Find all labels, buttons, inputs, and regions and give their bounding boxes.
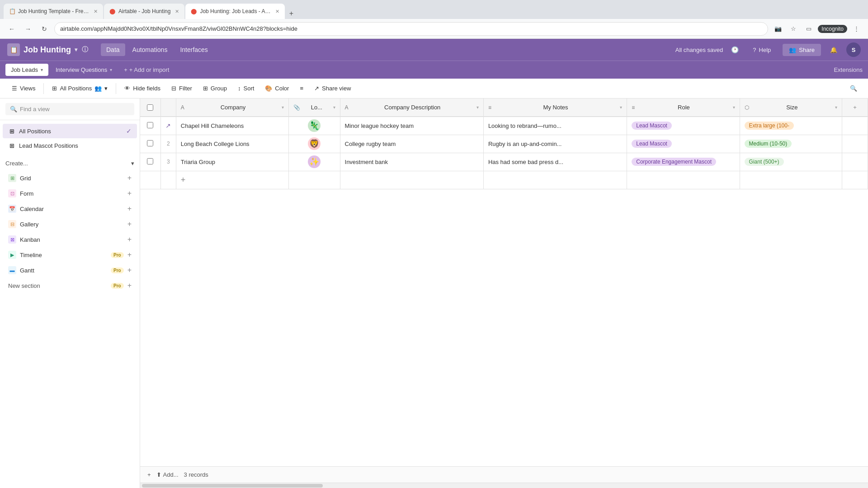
th-description[interactable]: A Company Description ▾ (340, 99, 483, 117)
row3-company[interactable]: Triaria Group (176, 153, 288, 171)
tab-close-1[interactable]: ✕ (94, 9, 98, 14)
create-calendar[interactable]: 📅 Calendar + (3, 201, 137, 216)
browser-tab-1[interactable]: 📋 Job Hunting Template - Free to ... ✕ (4, 4, 103, 19)
new-tab-button[interactable]: + (286, 8, 297, 19)
create-kanban[interactable]: ⊠ Kanban + (3, 232, 137, 247)
th-company[interactable]: A Company ▾ (176, 99, 288, 117)
th-logo[interactable]: 📎 Lo... ▾ (289, 99, 340, 117)
th-add-col[interactable]: + (842, 99, 868, 117)
create-form[interactable]: ⊡ Form + (3, 186, 137, 201)
share-button[interactable]: 👥 Share (783, 44, 821, 56)
avatar[interactable]: S (846, 42, 861, 57)
create-timeline[interactable]: ▶ Timeline Pro + (3, 247, 137, 263)
color-button[interactable]: 🎨 Color (260, 82, 293, 94)
nav-interfaces[interactable]: Interfaces (175, 43, 213, 56)
th-notes[interactable]: ≡ My Notes ▾ (483, 99, 627, 117)
row3-checkbox[interactable] (140, 153, 160, 171)
row2-company[interactable]: Long Beach College Lions (176, 135, 288, 153)
app-info-icon[interactable]: ⓘ (82, 46, 88, 54)
all-positions-button[interactable]: ⊞ All Positions 👥 ▾ (47, 82, 112, 94)
logo-col-menu[interactable]: ▾ (333, 105, 335, 110)
nav-data[interactable]: Data (101, 43, 125, 56)
create-grid[interactable]: ⊞ Grid + (3, 170, 137, 186)
row3-description[interactable]: Investment bank (340, 153, 483, 171)
app-chevron-icon[interactable]: ▾ (75, 47, 77, 53)
row1-company[interactable]: Chapel Hill Chameleons (176, 117, 288, 135)
new-section-plus[interactable]: + (127, 282, 132, 290)
notifications-button[interactable]: 🔔 (826, 42, 841, 57)
add-row-cell[interactable]: + (176, 171, 288, 189)
tab-close-3[interactable]: ✕ (275, 9, 279, 14)
sidebar-item-lead-mascot[interactable]: ⊞ Lead Mascot Positions (3, 138, 137, 153)
th-size[interactable]: ⬡ Size ▾ (740, 99, 842, 117)
row2-select[interactable] (147, 140, 153, 146)
browser-tab-3[interactable]: ⬤ Job Hunting: Job Leads - Airtable ✕ (185, 4, 285, 19)
table-wrapper[interactable]: A Company ▾ 📎 Lo... ▾ (140, 99, 868, 466)
bookmark-icon[interactable]: ☆ (787, 23, 800, 35)
back-button[interactable]: ← (5, 23, 18, 35)
th-role[interactable]: ≡ Role ▾ (627, 99, 740, 117)
role-col-menu[interactable]: ▾ (733, 105, 735, 110)
table-row[interactable]: 3 Triaria Group ✨ Investment bank Has ha… (140, 153, 868, 171)
row1-notes[interactable]: Looking to rebrand—rumo... (483, 117, 627, 135)
add-view-button[interactable]: + + Add or import (119, 64, 174, 76)
history-icon[interactable]: 🕐 (728, 43, 741, 56)
gallery-plus[interactable]: + (127, 220, 132, 228)
sort-button[interactable]: ↕ Sort (233, 82, 259, 94)
scrollbar-thumb[interactable] (142, 484, 323, 488)
hide-fields-button[interactable]: 👁 Hide fields (120, 82, 165, 94)
size-col-menu[interactable]: ▾ (835, 105, 837, 110)
add-row-plus-icon[interactable]: + (181, 175, 186, 184)
timeline-plus[interactable]: + (127, 251, 132, 259)
tab-interview-questions[interactable]: Interview Questions ▾ (50, 64, 118, 76)
group-button[interactable]: ⊞ Group (198, 82, 231, 94)
sidebar-item-all-positions[interactable]: ⊞ All Positions ✓ (3, 124, 137, 138)
select-all-checkbox[interactable] (147, 104, 153, 111)
menu-icon[interactable]: ⋮ (850, 23, 863, 35)
extensions-button[interactable]: Extensions (834, 66, 863, 73)
tab-close-2[interactable]: ✕ (175, 9, 179, 14)
camera-icon[interactable]: 📷 (772, 23, 784, 35)
company-col-menu[interactable]: ▾ (282, 105, 284, 110)
calendar-plus[interactable]: + (127, 205, 132, 213)
horizontal-scrollbar[interactable] (140, 483, 868, 488)
row1-checkbox[interactable] (140, 117, 160, 135)
row1-expand[interactable]: ↗ (160, 117, 176, 135)
gantt-plus[interactable]: + (127, 266, 132, 274)
footer-import-button[interactable]: ⬆ Add... (156, 471, 179, 478)
reload-button[interactable]: ↻ (38, 23, 51, 35)
kanban-plus[interactable]: + (127, 235, 132, 244)
form-plus[interactable]: + (127, 189, 132, 197)
search-button[interactable]: 🔍 (846, 81, 861, 96)
row2-description[interactable]: College rugby team (340, 135, 483, 153)
grid-plus[interactable]: + (127, 174, 132, 182)
filter-button[interactable]: ⊟ Filter (167, 82, 197, 94)
row-height-button[interactable]: ≡ (295, 82, 308, 94)
desc-col-menu[interactable]: ▾ (476, 105, 479, 110)
row2-notes[interactable]: Rugby is an up-and-comin... (483, 135, 627, 153)
views-button[interactable]: ☰ Views (7, 82, 40, 94)
add-row-trigger[interactable]: + (140, 171, 868, 189)
browser-tab-2[interactable]: ⬤ Airtable - Job Hunting ✕ (104, 4, 184, 19)
create-toggle[interactable]: ▾ (131, 160, 134, 167)
row1-select[interactable] (147, 122, 153, 128)
share-view-button[interactable]: ↗ Share view (310, 82, 355, 94)
tab-job-leads[interactable]: Job Leads ▾ (5, 64, 48, 76)
find-view-input[interactable]: 🔍 Find a view (5, 103, 134, 115)
create-gantt[interactable]: ▬ Gantt Pro + (3, 263, 137, 278)
nav-automations[interactable]: Automations (127, 43, 173, 56)
row3-notes[interactable]: Has had some bad press d... (483, 153, 627, 171)
new-section-item[interactable]: New section Pro + (3, 278, 137, 293)
help-button[interactable]: ? Help (746, 44, 777, 56)
footer-add-button[interactable]: + (147, 471, 151, 478)
notes-col-menu[interactable]: ▾ (620, 105, 622, 110)
table-row[interactable]: ↗ Chapel Hill Chameleons 🦎 Minor league … (140, 117, 868, 135)
row3-select[interactable] (147, 158, 153, 164)
row1-description[interactable]: Minor league hockey team (340, 117, 483, 135)
th-checkbox[interactable] (140, 99, 160, 117)
table-row[interactable]: 2 Long Beach College Lions 🦁 College rug… (140, 135, 868, 153)
forward-button[interactable]: → (22, 23, 34, 35)
address-bar[interactable]: airtable.com/appNMajdd0Nt3vo0X/tblNp0Vns… (54, 22, 768, 36)
create-gallery[interactable]: ⊟ Gallery + (3, 216, 137, 232)
row1-expand-btn[interactable]: ↗ (161, 117, 176, 135)
